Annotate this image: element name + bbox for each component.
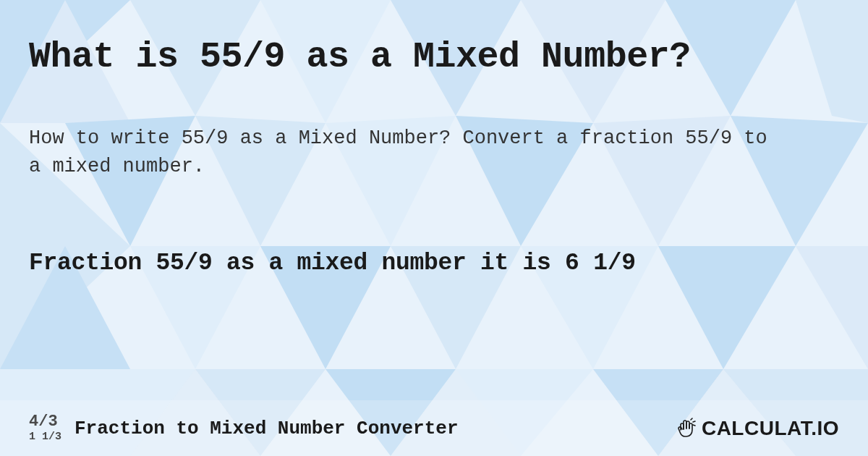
svg-line-34 — [693, 425, 695, 426]
fraction-icon-bottom: 1 1/3 — [29, 431, 61, 444]
fraction-icon-top: 4/3 — [29, 413, 58, 431]
brand-text: CALCULAT.IO — [702, 417, 839, 440]
page-title: What is 55/9 as a Mixed Number? — [29, 36, 839, 77]
fraction-icon: 4/3 1 1/3 — [29, 413, 61, 443]
converter-title: Fraction to Mixed Number Converter — [75, 418, 459, 439]
description-text: How to write 55/9 as a Mixed Number? Con… — [29, 124, 788, 181]
footer-left: 4/3 1 1/3 Fraction to Mixed Number Conve… — [29, 413, 459, 443]
answer-text: Fraction 55/9 as a mixed number it is 6 … — [29, 250, 839, 276]
svg-line-32 — [691, 418, 692, 420]
footer-bar: 4/3 1 1/3 Fraction to Mixed Number Conve… — [0, 400, 868, 456]
brand-logo: CALCULAT.IO — [674, 416, 839, 441]
svg-line-33 — [693, 421, 695, 422]
brand-hand-icon — [674, 416, 699, 441]
